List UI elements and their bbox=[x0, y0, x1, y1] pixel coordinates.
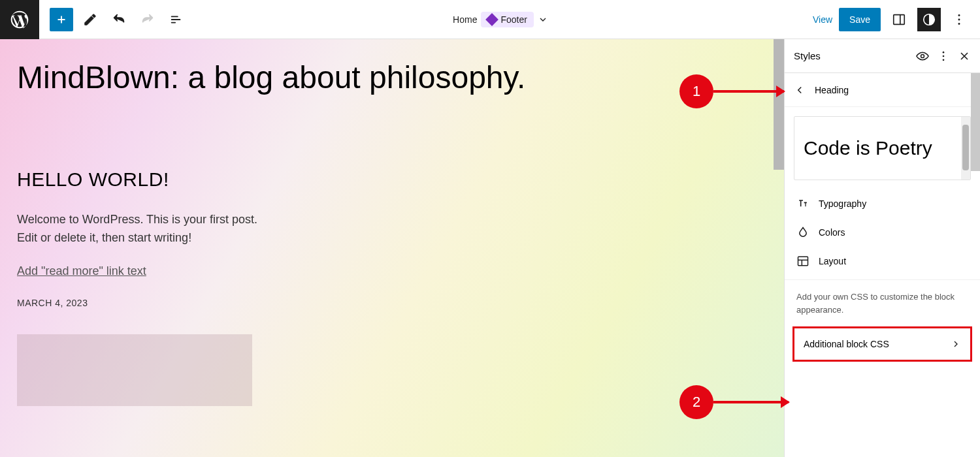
pencil-icon bbox=[83, 12, 97, 27]
featured-image-placeholder[interactable] bbox=[17, 334, 252, 406]
breadcrumb-home: Home bbox=[453, 14, 477, 25]
view-link[interactable]: View bbox=[813, 14, 832, 25]
colors-section[interactable]: Colors bbox=[785, 218, 980, 247]
wordpress-logo[interactable] bbox=[0, 0, 39, 39]
svg-point-9 bbox=[943, 59, 945, 61]
canvas-scrollbar[interactable] bbox=[774, 39, 784, 170]
post-date[interactable]: MARCH 4, 2023 bbox=[17, 298, 736, 308]
chevron-down-icon[interactable] bbox=[538, 14, 548, 25]
editor-canvas[interactable]: MindBlown: a blog about philosophy. HELL… bbox=[0, 39, 784, 457]
style-preview: Code is Poetry bbox=[794, 116, 971, 180]
list-view-button[interactable] bbox=[165, 8, 188, 31]
redo-icon bbox=[140, 12, 155, 27]
sidebar-title: Styles bbox=[794, 50, 821, 61]
plus-icon bbox=[54, 12, 69, 27]
svg-rect-0 bbox=[894, 14, 905, 24]
undo-icon bbox=[112, 12, 126, 27]
chevron-right-icon bbox=[951, 339, 961, 349]
contrast-icon bbox=[922, 12, 936, 27]
redo-button[interactable] bbox=[136, 8, 159, 31]
top-toolbar: Home Footer View Save bbox=[0, 0, 980, 39]
layout-label: Layout bbox=[819, 256, 846, 266]
breadcrumb-footer-pill[interactable]: Footer bbox=[481, 12, 533, 27]
typography-section[interactable]: Typography bbox=[785, 189, 980, 218]
eye-icon[interactable] bbox=[916, 50, 929, 63]
svg-point-8 bbox=[943, 55, 945, 57]
wordpress-icon bbox=[9, 9, 30, 30]
options-button[interactable] bbox=[947, 8, 971, 31]
sidebar-toggle-button[interactable] bbox=[887, 8, 911, 31]
svg-point-5 bbox=[958, 22, 960, 24]
breadcrumb-label: Heading bbox=[815, 85, 849, 95]
annotation-2-circle: 2 bbox=[679, 385, 713, 419]
styles-sidebar: Styles Heading Code is Poetry Typography… bbox=[784, 39, 980, 457]
sidebar-icon bbox=[892, 12, 906, 27]
post-title[interactable]: HELLO WORLD! bbox=[17, 168, 736, 191]
add-block-button[interactable] bbox=[50, 8, 73, 31]
preview-text: Code is Poetry bbox=[804, 136, 961, 160]
more-vertical-icon bbox=[952, 12, 966, 27]
undo-button[interactable] bbox=[107, 8, 131, 31]
chevron-left-icon[interactable] bbox=[794, 84, 806, 96]
toolbar-right: View Save bbox=[813, 8, 980, 31]
svg-point-4 bbox=[958, 18, 960, 20]
edit-button[interactable] bbox=[78, 8, 102, 31]
post-excerpt[interactable]: Welcome to WordPress. This is your first… bbox=[17, 210, 265, 248]
annotation-1-arrow bbox=[713, 90, 784, 93]
styles-toggle-button[interactable] bbox=[917, 8, 941, 31]
typography-icon bbox=[796, 197, 809, 210]
annotation-1-circle: 1 bbox=[679, 74, 713, 108]
svg-point-7 bbox=[943, 51, 945, 53]
save-button[interactable]: Save bbox=[839, 8, 881, 31]
colors-label: Colors bbox=[819, 227, 845, 238]
sidebar-header: Styles bbox=[785, 39, 980, 73]
css-hint-text: Add your own CSS to customize the block … bbox=[785, 279, 980, 323]
svg-rect-10 bbox=[798, 257, 808, 265]
main-area: MindBlown: a blog about philosophy. HELL… bbox=[0, 39, 980, 457]
diamond-icon bbox=[486, 13, 499, 26]
annotation-1: 1 bbox=[679, 74, 713, 108]
breadcrumb-footer-label: Footer bbox=[500, 14, 527, 25]
layout-icon bbox=[796, 255, 809, 268]
svg-point-3 bbox=[958, 14, 960, 16]
styles-breadcrumb[interactable]: Heading bbox=[785, 73, 980, 107]
readmore-link[interactable]: Add "read more" link text bbox=[17, 264, 146, 278]
more-vertical-icon[interactable] bbox=[937, 50, 950, 63]
site-title[interactable]: MindBlown: a blog about philosophy. bbox=[17, 59, 736, 97]
svg-point-6 bbox=[921, 54, 924, 57]
droplet-icon bbox=[796, 226, 809, 239]
canvas-content: MindBlown: a blog about philosophy. HELL… bbox=[17, 59, 736, 406]
typography-label: Typography bbox=[819, 198, 866, 209]
list-icon bbox=[169, 12, 184, 27]
annotation-2: 2 bbox=[679, 385, 713, 419]
close-icon[interactable] bbox=[958, 50, 971, 63]
document-breadcrumb[interactable]: Home Footer bbox=[188, 12, 813, 27]
additional-block-css-button[interactable]: Additional block CSS bbox=[792, 326, 972, 362]
annotation-2-arrow bbox=[713, 401, 789, 403]
additional-css-label: Additional block CSS bbox=[804, 339, 889, 349]
layout-section[interactable]: Layout bbox=[785, 247, 980, 276]
sidebar-scrollbar[interactable] bbox=[971, 73, 980, 171]
toolbar-left bbox=[39, 8, 188, 31]
preview-scrollbar[interactable] bbox=[961, 117, 970, 180]
